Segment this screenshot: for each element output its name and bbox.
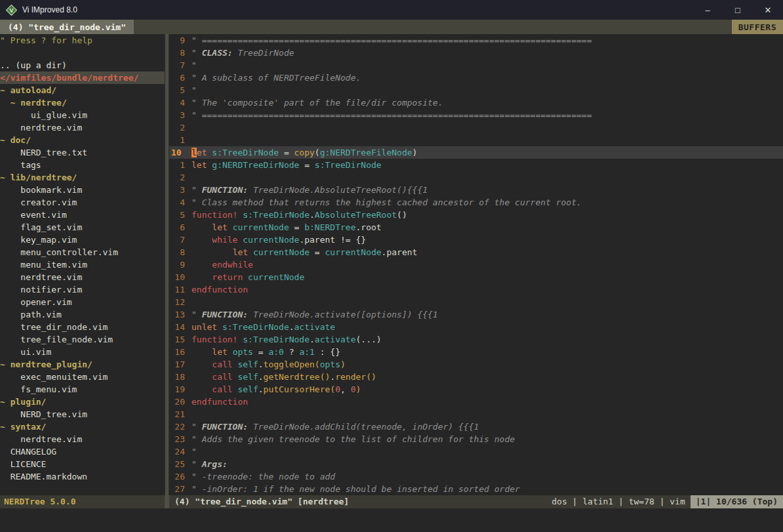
code-line[interactable]: 12 xyxy=(169,296,783,308)
nerdtree-item[interactable]: tree_file_node.vim xyxy=(0,333,165,346)
nerdtree-item[interactable]: ~ doc/ xyxy=(0,134,165,146)
code-line[interactable]: 1let g:NERDTreeDirNode = s:TreeDirNode xyxy=(169,159,783,171)
nerdtree-item[interactable]: NERD_tree.txt xyxy=(0,146,165,159)
code-line[interactable]: 6" A subclass of NERDTreeFileNode. xyxy=(169,72,783,84)
code-line-current[interactable]: 10let s:TreeDirNode = copy(g:NERDTreeFil… xyxy=(169,146,783,159)
nerdtree-item[interactable]: fs_menu.vim xyxy=(0,383,165,396)
code-text: " ======================================… xyxy=(191,109,592,121)
code-text: let s:TreeDirNode = copy(g:NERDTreeFileN… xyxy=(191,146,417,159)
nerdtree-item[interactable]: notifier.vim xyxy=(0,283,165,296)
code-line[interactable]: 2 xyxy=(169,121,783,134)
editor-panel: 9" =====================================… xyxy=(169,34,783,495)
line-number: 2 xyxy=(169,171,191,184)
nerdtree-item[interactable]: event.vim xyxy=(0,209,165,221)
nerdtree-item[interactable]: ui_glue.vim xyxy=(0,109,165,121)
line-number: 3 xyxy=(169,109,191,121)
nerdtree-item[interactable]: README.markdown xyxy=(0,470,165,483)
code-line[interactable]: 5function! s:TreeDirNode.AbsoluteTreeRoo… xyxy=(169,209,783,221)
nerdtree-item[interactable]: CHANGELOG xyxy=(0,445,165,458)
buffers-label[interactable]: BUFFERS xyxy=(732,20,783,34)
nerdtree-item[interactable]: .. (up a dir) xyxy=(0,59,165,72)
code-line[interactable]: 21 xyxy=(169,408,783,420)
code-line[interactable]: 13" FUNCTION: TreeDirNode.activate([opti… xyxy=(169,308,783,321)
line-number: 11 xyxy=(169,283,191,296)
code-line[interactable]: 7 while currentNode.parent != {} xyxy=(169,234,783,246)
code-text: " FUNCTION: TreeDirNode.addChild(treenod… xyxy=(191,420,479,433)
cursor-block: l xyxy=(191,148,197,157)
code-text: " A subclass of NERDTreeFileNode. xyxy=(191,72,361,84)
line-number: 13 xyxy=(169,308,191,321)
nerdtree-item[interactable]: ui.vim xyxy=(0,346,165,358)
minimize-button[interactable]: – xyxy=(693,0,723,20)
code-line[interactable]: 18 call self.getNerdtree().render() xyxy=(169,371,783,383)
tab-active[interactable]: (4) "tree_dir_node.vim" xyxy=(0,20,134,34)
code-line[interactable]: 11endfunction xyxy=(169,283,783,296)
nerdtree-item[interactable]: tags xyxy=(0,159,165,171)
code-line[interactable]: 9" =====================================… xyxy=(169,34,783,47)
code-line[interactable]: 8 let currentNode = currentNode.parent xyxy=(169,246,783,258)
window-title: Vi IMproved 8.0 xyxy=(22,5,77,14)
code-line[interactable]: 24" xyxy=(169,445,783,458)
nerdtree-item[interactable]: " Press ? for help xyxy=(0,34,165,47)
nerdtree-item[interactable]: exec_menuitem.vim xyxy=(0,371,165,383)
nerdtree-item[interactable]: ~ nerdtree/ xyxy=(0,96,165,109)
nerdtree-item[interactable]: ~ plugin/ xyxy=(0,396,165,408)
window-separator[interactable] xyxy=(165,34,169,495)
nerdtree-item[interactable]: tree_dir_node.vim xyxy=(0,321,165,333)
nerdtree-item[interactable]: path.vim xyxy=(0,308,165,321)
nerdtree-item[interactable]: ~ nerdtree_plugin/ xyxy=(0,358,165,371)
nerdtree-item[interactable]: menu_controller.vim xyxy=(0,246,165,258)
nerdtree-item[interactable]: flag_set.vim xyxy=(0,221,165,234)
code-line[interactable]: 14unlet s:TreeDirNode.activate xyxy=(169,321,783,333)
code-line[interactable]: 5" xyxy=(169,84,783,96)
status-flags: dos | latin1 | tw=78 | vim xyxy=(552,495,691,508)
code-line[interactable]: 2 xyxy=(169,171,783,184)
nerdtree-item[interactable]: creator.vim xyxy=(0,196,165,209)
code-line[interactable]: 4" The 'composite' part of the file/dir … xyxy=(169,96,783,109)
line-number: 24 xyxy=(169,445,191,458)
code-line[interactable]: 1 xyxy=(169,134,783,146)
line-number: 6 xyxy=(169,72,191,84)
code-line[interactable]: 9 endwhile xyxy=(169,258,783,271)
nerdtree-item[interactable]: ~ lib/nerdtree/ xyxy=(0,171,165,184)
code-line[interactable]: 25" Args: xyxy=(169,458,783,470)
code-line[interactable]: 10 return currentNode xyxy=(169,271,783,283)
code-line[interactable]: 6 let currentNode = b:NERDTree.root xyxy=(169,221,783,234)
nerdtree-item[interactable]: ~ autoload/ xyxy=(0,84,165,96)
code-line[interactable]: 4" Class method that returns the highest… xyxy=(169,196,783,209)
line-number: 4 xyxy=(169,196,191,209)
code-line[interactable]: 27" -inOrder: 1 if the new node should b… xyxy=(169,483,783,495)
nerdtree-item[interactable]: nerdtree.vim xyxy=(0,433,165,445)
code-line[interactable]: 22" FUNCTION: TreeDirNode.addChild(treen… xyxy=(169,420,783,433)
code-line[interactable]: 20endfunction xyxy=(169,396,783,408)
nerdtree-item[interactable]: </vimfiles/bundle/nerdtree/ xyxy=(0,72,165,84)
nerdtree-item[interactable]: opener.vim xyxy=(0,296,165,308)
code-line[interactable]: 7" xyxy=(169,59,783,72)
nerdtree-item[interactable]: nerdtree.vim xyxy=(0,271,165,283)
nerdtree-item[interactable]: nerdtree.vim xyxy=(0,121,165,134)
code-text: " CLASS: TreeDirNode xyxy=(191,47,294,59)
code-text: " FUNCTION: TreeDirNode.activate([option… xyxy=(191,308,438,321)
nerdtree-item[interactable]: ~ syntax/ xyxy=(0,420,165,433)
code-line[interactable]: 16 let opts = a:0 ? a:1 : {} xyxy=(169,346,783,358)
code-line[interactable]: 19 call self.putCursorHere(0, 0) xyxy=(169,383,783,396)
nerdtree-item[interactable]: key_map.vim xyxy=(0,234,165,246)
close-button[interactable]: ✕ xyxy=(753,0,783,20)
line-number: 6 xyxy=(169,221,191,234)
code-line[interactable]: 8" CLASS: TreeDirNode xyxy=(169,47,783,59)
code-line[interactable]: 26" -treenode: the node to add xyxy=(169,470,783,483)
line-number: 9 xyxy=(169,34,191,47)
code-line[interactable]: 17 call self.toggleOpen(opts) xyxy=(169,358,783,371)
maximize-button[interactable]: □ xyxy=(723,0,753,20)
code-line[interactable]: 3" =====================================… xyxy=(169,109,783,121)
nerdtree-item[interactable]: NERD_tree.vim xyxy=(0,408,165,420)
command-line[interactable] xyxy=(0,508,783,532)
code-line[interactable]: 23" Adds the given treenode to the list … xyxy=(169,433,783,445)
nerdtree-item[interactable]: menu_item.vim xyxy=(0,258,165,271)
code-text: let currentNode = currentNode.parent xyxy=(191,246,417,258)
code-line[interactable]: 3" FUNCTION: TreeDirNode.AbsoluteTreeRoo… xyxy=(169,184,783,196)
nerdtree-item[interactable]: LICENCE xyxy=(0,458,165,470)
nerdtree-item[interactable]: bookmark.vim xyxy=(0,184,165,196)
code-line[interactable]: 15function! s:TreeDirNode.activate(...) xyxy=(169,333,783,346)
line-number: 21 xyxy=(169,408,191,420)
